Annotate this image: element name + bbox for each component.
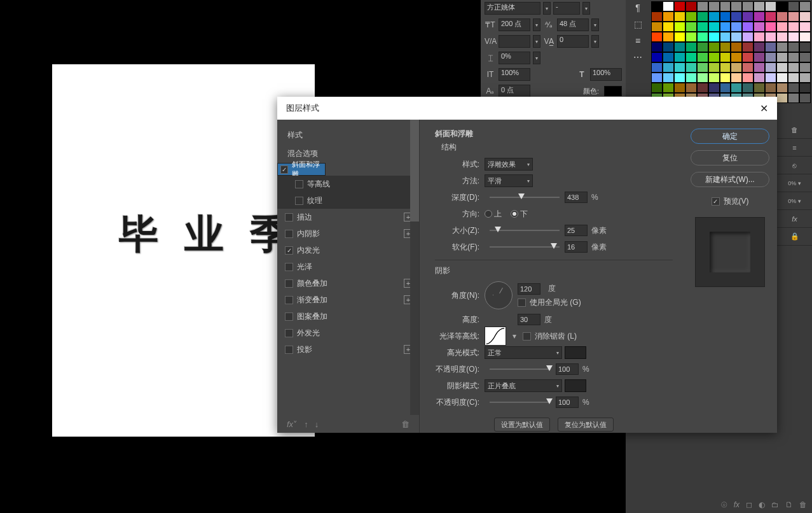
color-swatch[interactable]	[685, 32, 697, 42]
angle-input[interactable]	[518, 283, 540, 295]
color-swatch[interactable]	[799, 52, 811, 62]
color-swatch[interactable]	[788, 83, 799, 93]
checkbox[interactable]	[285, 279, 293, 288]
color-swatch[interactable]	[708, 1, 720, 11]
color-swatch[interactable]	[697, 62, 708, 73]
color-swatch[interactable]	[765, 1, 776, 11]
color-swatch[interactable]	[765, 73, 776, 83]
checkbox[interactable]	[285, 296, 293, 304]
style-inner-shadow[interactable]: 内阴影+	[277, 225, 419, 242]
checkbox[interactable]	[285, 213, 293, 221]
global-light-checkbox[interactable]	[518, 299, 526, 307]
color-swatch[interactable]	[754, 22, 765, 32]
color-swatch[interactable]	[754, 32, 765, 42]
color-swatch[interactable]	[776, 83, 788, 93]
color-swatch[interactable]	[685, 52, 697, 62]
color-swatch[interactable]	[651, 22, 663, 32]
color-swatch[interactable]	[663, 42, 674, 52]
checkbox[interactable]	[285, 313, 293, 321]
style-bevel-emboss[interactable]: 斜面和浮雕	[277, 163, 326, 176]
vscale-input[interactable]: 100%	[499, 68, 530, 81]
color-swatch[interactable]	[765, 62, 776, 73]
color-swatch[interactable]	[765, 32, 776, 42]
color-swatch[interactable]	[651, 62, 663, 73]
adjustment-icon[interactable]: ◐	[759, 500, 765, 509]
dropdown-icon[interactable]: ▾	[533, 35, 540, 48]
fx-icon[interactable]: fx	[734, 500, 740, 509]
color-swatch[interactable]	[742, 73, 754, 83]
color-swatch[interactable]	[776, 93, 788, 103]
color-swatch[interactable]	[788, 42, 799, 52]
style-texture[interactable]: 纹理	[277, 192, 419, 209]
color-swatch[interactable]	[720, 32, 731, 42]
checkbox[interactable]	[285, 263, 293, 271]
adjust-icon[interactable]: ≡	[635, 36, 640, 46]
color-swatch[interactable]	[708, 22, 720, 32]
trash-icon[interactable]: 🗑	[777, 121, 812, 139]
leading-input[interactable]: 48 点	[557, 18, 589, 31]
highlight-color-swatch[interactable]	[565, 346, 586, 359]
opacity-readout[interactable]: 0% ▾	[777, 174, 812, 192]
dropdown-icon[interactable]: ▾	[582, 2, 590, 15]
checkbox[interactable]	[280, 165, 288, 174]
color-swatch[interactable]	[788, 11, 799, 22]
color-swatch[interactable]	[788, 62, 799, 73]
3d-icon[interactable]: ⬚	[634, 19, 642, 29]
color-swatch[interactable]	[754, 52, 765, 62]
color-swatch[interactable]	[776, 42, 788, 52]
color-swatch[interactable]	[731, 42, 742, 52]
color-swatch[interactable]	[731, 83, 742, 93]
technique-select[interactable]: 平滑▾	[485, 174, 533, 187]
color-swatch[interactable]	[799, 1, 811, 11]
color-swatch[interactable]	[765, 83, 776, 93]
style-stroke[interactable]: 描边+	[277, 209, 419, 225]
checkbox[interactable]	[285, 346, 293, 354]
direction-down-radio[interactable]	[511, 210, 518, 218]
ok-button[interactable]: 确定	[691, 129, 769, 144]
dropdown-icon[interactable]: ▾	[533, 52, 540, 64]
color-swatch[interactable]	[742, 42, 754, 52]
paragraph-icon[interactable]: ¶	[635, 3, 640, 13]
color-swatch[interactable]	[776, 62, 788, 73]
color-swatch[interactable]	[765, 11, 776, 22]
shadow-opacity-input[interactable]	[556, 397, 579, 408]
color-swatch[interactable]	[731, 32, 742, 42]
color-swatch[interactable]	[674, 11, 685, 22]
color-swatch[interactable]	[799, 22, 811, 32]
color-swatch[interactable]	[697, 11, 708, 22]
color-swatch[interactable]	[674, 52, 685, 62]
color-swatch[interactable]	[720, 11, 731, 22]
color-swatch[interactable]	[674, 73, 685, 83]
color-swatch[interactable]	[731, 1, 742, 11]
color-swatch[interactable]	[754, 62, 765, 73]
color-swatch[interactable]	[742, 1, 754, 11]
size-input[interactable]	[565, 225, 588, 236]
antialias-checkbox[interactable]	[523, 332, 531, 341]
color-swatch[interactable]	[685, 42, 697, 52]
color-swatch[interactable]	[776, 1, 788, 11]
color-swatch[interactable]	[663, 83, 674, 93]
style-satin[interactable]: 光泽	[277, 258, 419, 275]
color-swatch[interactable]	[697, 83, 708, 93]
color-swatch[interactable]	[651, 1, 663, 11]
style-color-overlay[interactable]: 颜色叠加+	[277, 275, 419, 292]
color-swatch[interactable]	[799, 32, 811, 42]
color-swatch[interactable]	[708, 32, 720, 42]
color-swatch[interactable]	[776, 73, 788, 83]
shadow-color-swatch[interactable]	[565, 379, 586, 392]
color-swatch[interactable]	[765, 42, 776, 52]
color-swatch[interactable]	[720, 62, 731, 73]
delete-icon[interactable]: 🗑	[799, 500, 807, 509]
color-swatch[interactable]	[708, 42, 720, 52]
color-swatch[interactable]	[708, 52, 720, 62]
kerning-input[interactable]	[499, 35, 530, 48]
make-default-button[interactable]: 设置为默认值	[494, 418, 550, 432]
link-layers-icon[interactable]: ⦾	[721, 500, 727, 509]
color-swatch[interactable]	[651, 32, 663, 42]
dropdown-icon[interactable]: ▾	[591, 35, 599, 48]
fx-icon[interactable]: fx	[777, 210, 812, 228]
preview-checkbox[interactable]	[712, 197, 720, 206]
color-swatch[interactable]	[651, 83, 663, 93]
mask-icon[interactable]: ◻	[746, 500, 752, 509]
color-swatch[interactable]	[720, 42, 731, 52]
